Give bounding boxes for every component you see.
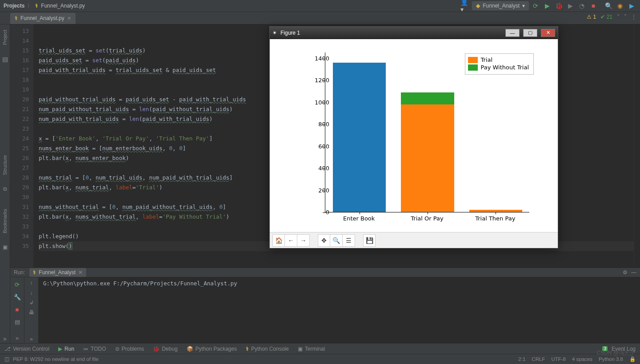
- python-file-icon: ⚕: [15, 15, 18, 21]
- run-side-toolbar-2: ↑ ↓ ↲ 🖶 »: [24, 277, 39, 343]
- debug-tab[interactable]: 🐞Debug: [153, 346, 177, 352]
- layout-icon[interactable]: ▤: [13, 317, 22, 326]
- tool-window-toggle-icon[interactable]: ◫: [4, 356, 9, 362]
- save-icon[interactable]: 💾: [363, 234, 376, 247]
- more-icon[interactable]: ⋮: [631, 14, 636, 20]
- stop-icon[interactable]: ■: [13, 305, 22, 314]
- rerun-icon[interactable]: ⟳: [13, 280, 22, 289]
- user-icon[interactable]: 👤▾: [460, 1, 470, 11]
- back-icon[interactable]: ←: [285, 234, 297, 247]
- left-toolwindow-bar: Project ▤ Structure ⧉ Bookmarks ▣ »: [0, 24, 10, 343]
- home-icon[interactable]: 🏠: [272, 234, 285, 247]
- todo-tab[interactable]: ≔TODO: [83, 346, 106, 352]
- x-tick-label: Trial Then Pay: [461, 215, 529, 222]
- bottom-toolwindow-bar: ⎇Version Control ▶Run ≔TODO ⊘Problems 🐞D…: [0, 343, 640, 354]
- run-tab[interactable]: ⚕ Funnel_Analyst ✕: [29, 268, 86, 277]
- run-title: Run:: [14, 269, 25, 276]
- x-tick-label: Enter Book: [325, 215, 393, 222]
- close-icon[interactable]: ✕: [78, 269, 83, 276]
- figure-window[interactable]: ✴ Figure 1 — ▢ ✕ Trial Pay Without Trial…: [269, 26, 558, 248]
- chart: Trial Pay Without Trial 0200400600800100…: [289, 44, 538, 230]
- structure-icon[interactable]: ⧉: [3, 186, 7, 192]
- minimize-button[interactable]: —: [505, 29, 520, 37]
- ide-updates-icon[interactable]: ▶: [627, 1, 636, 11]
- wrench-icon[interactable]: 🔧: [13, 292, 22, 301]
- breadcrumb: Projects 〉 ⚕ Funnel_Analyst.py: [4, 2, 85, 10]
- bookmarks-icon[interactable]: ▣: [3, 244, 8, 250]
- check-badge[interactable]: ✔ 21: [600, 14, 612, 20]
- coverage-icon[interactable]: ▶: [565, 1, 575, 11]
- run-output[interactable]: G:\Python\python.exe F:/Pycharm/Projects…: [39, 277, 640, 343]
- chevron-down-icon[interactable]: ˅: [624, 14, 627, 20]
- sync-icon[interactable]: ◉: [615, 1, 625, 11]
- search-icon[interactable]: 🔍: [604, 1, 613, 11]
- run-icon[interactable]: ▶: [542, 1, 552, 11]
- maximize-button[interactable]: ▢: [523, 29, 537, 37]
- file-encoding[interactable]: UTF-8: [551, 356, 566, 362]
- chevron-up-icon[interactable]: ˄: [617, 14, 620, 20]
- gear-icon[interactable]: ⚙: [623, 269, 628, 276]
- close-icon[interactable]: ✕: [67, 16, 71, 21]
- figure-title: Figure 1: [280, 30, 502, 36]
- zoom-icon[interactable]: 🔍: [330, 234, 343, 247]
- stop-icon[interactable]: ■: [588, 1, 598, 11]
- python-icon: ⚕: [246, 346, 249, 352]
- bookmarks-tool-tab[interactable]: Bookmarks: [1, 206, 8, 236]
- version-control-tab[interactable]: ⎇Version Control: [4, 346, 49, 352]
- print-icon[interactable]: 🖶: [29, 309, 34, 316]
- watermark: CSDN @冯大少: [596, 350, 635, 356]
- figure-titlebar[interactable]: ✴ Figure 1 — ▢ ✕: [270, 27, 558, 39]
- project-folder-icon[interactable]: ▤: [2, 56, 8, 63]
- warning-badge[interactable]: ⚠ 1: [587, 14, 596, 20]
- interpreter[interactable]: Python 3.8: [599, 356, 623, 362]
- top-toolbar: Projects 〉 ⚕ Funnel_Analyst.py 👤▾ ◆ Funn…: [0, 0, 640, 12]
- legend-label: Pay Without Trial: [480, 64, 529, 71]
- y-tick-label: 1000: [307, 99, 329, 106]
- more-icon[interactable]: »: [30, 336, 33, 342]
- legend-label: Trial: [480, 56, 492, 63]
- terminal-tab[interactable]: ▣Terminal: [298, 346, 325, 352]
- minimize-icon[interactable]: —: [631, 269, 636, 276]
- debug-icon[interactable]: 🐞: [554, 1, 564, 11]
- project-tool-tab[interactable]: Project: [1, 27, 8, 48]
- configure-icon[interactable]: ☰: [343, 234, 355, 247]
- caret-position[interactable]: 2:1: [518, 356, 525, 362]
- python-console-tab[interactable]: ⚕Python Console: [246, 346, 289, 352]
- line-separator[interactable]: CRLF: [532, 356, 545, 362]
- python-packages-tab[interactable]: 📦Python Packages: [187, 346, 237, 352]
- run-tab[interactable]: ▶Run: [58, 346, 74, 352]
- y-tick-label: 400: [307, 165, 329, 172]
- more-icon[interactable]: »: [0, 335, 10, 342]
- forward-icon[interactable]: →: [297, 234, 310, 247]
- breadcrumb-file[interactable]: Funnel_Analyst.py: [41, 3, 85, 9]
- figure-toolbar: 🏠 ← → ✥ 🔍 ☰ 💾: [270, 232, 558, 248]
- tab-label: Funnel_Analyst.py: [20, 15, 64, 21]
- editor-tab[interactable]: ⚕ Funnel_Analyst.py ✕: [10, 13, 76, 24]
- wrap-icon[interactable]: ↲: [29, 300, 34, 306]
- python-icon: ⚕: [33, 269, 36, 276]
- more-icon[interactable]: »: [13, 333, 22, 342]
- profile-icon[interactable]: ◔: [577, 1, 587, 11]
- figure-canvas: Trial Pay Without Trial 0200400600800100…: [270, 39, 558, 232]
- up-icon[interactable]: ↑: [30, 280, 33, 286]
- error-stripe[interactable]: [634, 24, 640, 268]
- terminal-icon: ▣: [298, 346, 303, 352]
- move-icon[interactable]: ✥: [318, 234, 330, 247]
- git-icon: ⎇: [4, 346, 11, 352]
- y-tick-label: 800: [307, 121, 329, 128]
- problems-tab[interactable]: ⊘Problems: [115, 346, 144, 352]
- close-button[interactable]: ✕: [541, 29, 555, 37]
- structure-tool-tab[interactable]: Structure: [1, 152, 8, 178]
- run-config-selector[interactable]: ◆ Funnel_Analyst ▾: [472, 1, 529, 10]
- run-tool-window: Run: ⚕ Funnel_Analyst ✕ ⚙ — ⟳ 🔧: [10, 268, 640, 343]
- breadcrumb-project[interactable]: Projects: [4, 3, 24, 9]
- down-icon[interactable]: ↓: [30, 290, 33, 296]
- lock-icon[interactable]: 🔒: [629, 356, 636, 362]
- status-message: PEP 8: W292 no newline at end of file: [13, 356, 99, 362]
- y-tick-label: 1200: [307, 77, 329, 84]
- python-file-icon: ⚕: [35, 3, 38, 9]
- run-side-toolbar: ⟳ 🔧 ■ ▤ »: [10, 277, 24, 343]
- app-icon: ✴: [272, 30, 277, 36]
- indent-setting[interactable]: 4 spaces: [572, 356, 592, 362]
- run-arrow-icon[interactable]: ⟳: [531, 1, 540, 11]
